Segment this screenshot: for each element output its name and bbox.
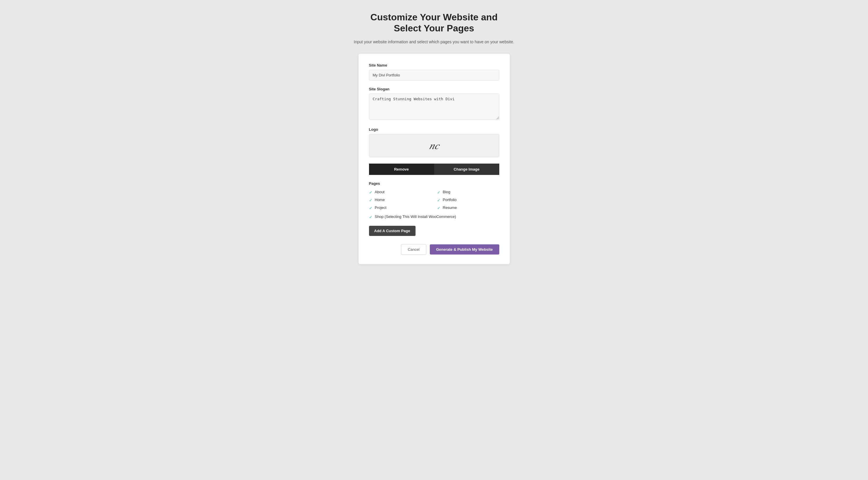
page-item-portfolio: ✓ Portfolio [437,198,499,203]
pages-label: Pages [369,181,499,186]
page-label-project: Project [375,205,386,210]
logo-symbol: 𝑛𝑐 [429,139,439,152]
add-custom-page-button[interactable]: Add A Custom Page [369,226,415,236]
footer-buttons: Cancel Generate & Publish My Website [369,244,499,255]
site-name-label: Site Name [369,63,499,67]
page-label-blog: Blog [443,190,451,194]
pages-section: Pages ✓ About ✓ Blog ✓ Home ✓ Portfolio … [369,181,499,219]
check-icon-project: ✓ [369,206,372,210]
page-title: Customize Your Website and Select Your P… [354,12,515,34]
page-item-project: ✓ Project [369,205,431,210]
form-card: Site Name Site Slogan Logo 𝑛𝑐 Remove Cha… [359,54,510,264]
check-icon-blog: ✓ [437,190,440,195]
logo-buttons: Remove Change Image [369,164,499,175]
pages-grid: ✓ About ✓ Blog ✓ Home ✓ Portfolio ✓ Proj… [369,190,499,210]
site-slogan-textarea[interactable] [369,94,499,120]
logo-label: Logo [369,127,499,132]
check-icon-about: ✓ [369,190,372,195]
page-label-shop: Shop (Selecting This Will Install WooCom… [375,214,456,219]
page-label-portfolio: Portfolio [443,198,457,202]
check-icon-home: ✓ [369,198,372,203]
page-item-blog: ✓ Blog [437,190,499,195]
generate-publish-button[interactable]: Generate & Publish My Website [430,244,499,254]
site-name-input[interactable] [369,70,499,80]
logo-preview: 𝑛𝑐 [369,134,499,157]
check-icon-portfolio: ✓ [437,198,440,203]
remove-button[interactable]: Remove [369,164,434,175]
page-label-about: About [375,190,385,194]
logo-group: Logo 𝑛𝑐 [369,127,499,157]
page-item-shop: ✓ Shop (Selecting This Will Install WooC… [369,214,499,219]
page-item-resume: ✓ Resume [437,205,499,210]
check-icon-resume: ✓ [437,206,440,210]
page-item-home: ✓ Home [369,198,431,203]
page-subtitle: Input your website information and selec… [354,39,515,45]
page-label-resume: Resume [443,205,457,210]
check-icon-shop: ✓ [369,215,372,219]
page-label-home: Home [375,198,385,202]
site-name-group: Site Name [369,63,499,80]
page-item-about: ✓ About [369,190,431,195]
cancel-button[interactable]: Cancel [401,244,426,255]
change-image-button[interactable]: Change Image [434,164,499,175]
site-slogan-label: Site Slogan [369,87,499,91]
site-slogan-group: Site Slogan [369,87,499,121]
page-header: Customize Your Website and Select Your P… [354,12,515,45]
